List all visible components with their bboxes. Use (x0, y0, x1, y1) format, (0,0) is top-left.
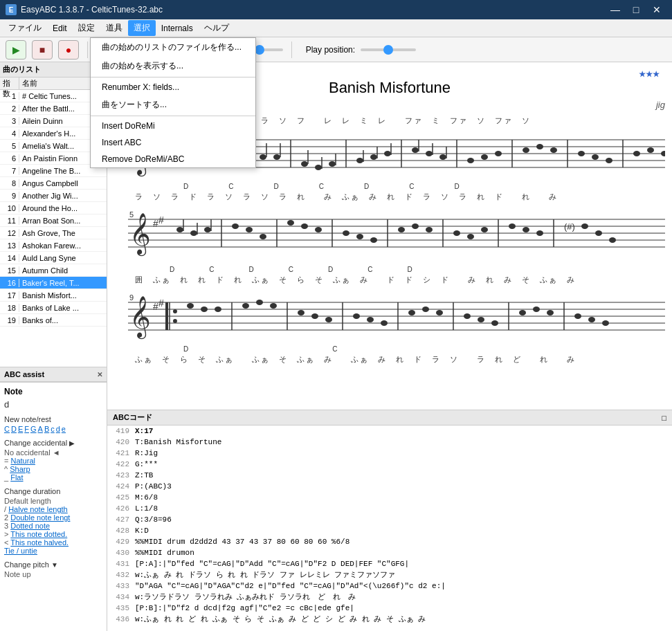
menu-settings[interactable]: 設定 (73, 20, 100, 36)
code-line[interactable]: 431[P:A]:|"D"fed "C"=cAG|"D"Add "C"=cAG|… (107, 558, 672, 569)
note-link-e[interactable]: e (62, 425, 66, 433)
play-button[interactable]: ▶ (6, 40, 26, 60)
code-line[interactable]: 436w:ふぁ れ れ ど れ ふぁ そ ら そ ふぁ み ど ど シ ど み … (107, 614, 672, 625)
halve-link[interactable]: Halve note length (8, 505, 68, 513)
code-line[interactable]: 428K:D (107, 525, 672, 536)
song-item[interactable]: 11Arran Boat Son... (0, 214, 107, 227)
song-item[interactable]: 16Baker's Reel, T... (0, 277, 107, 289)
line-number: 426 (107, 503, 135, 514)
note-link-E[interactable]: E (18, 425, 23, 433)
flat-link[interactable]: Flat (10, 473, 23, 482)
this-dotted-link[interactable]: This note dotted. (10, 530, 67, 538)
abc-code-panel: ABCコード □ 419X:17420T:Banish Misfortune42… (107, 410, 672, 631)
song-item[interactable]: 15Autumn Child (0, 264, 107, 277)
assist-new-note-title: New note/rest (4, 415, 102, 423)
dd-insert-abc[interactable]: Insert ABC (91, 134, 255, 151)
staff-svg-3: 𝄞 # # 9 (114, 285, 665, 344)
code-line[interactable]: 426L:1/8 (107, 503, 672, 514)
code-line[interactable]: 422G:*** (107, 459, 672, 470)
svg-point-141 (381, 320, 388, 326)
note-link-F[interactable]: F (24, 425, 29, 433)
menu-edit[interactable]: Edit (47, 21, 73, 35)
svg-point-53 (578, 151, 585, 156)
menu-tools[interactable]: 道具 (100, 20, 128, 36)
note-link-d[interactable]: d (56, 425, 60, 433)
note-link-C[interactable]: C (4, 425, 10, 433)
song-item[interactable]: 10Around the Ho... (0, 202, 107, 214)
svg-point-144 (422, 307, 429, 312)
menu-select[interactable]: 選択 (128, 20, 156, 36)
line-number: 427 (107, 514, 135, 525)
note-link-B[interactable]: B (44, 425, 49, 433)
dd-remove-doremi[interactable]: Remove DoReMi/ABC (91, 151, 255, 167)
svg-point-147 (464, 313, 471, 319)
code-line[interactable]: 432w:ふぁ み れ ドラソ ら れ れ ドラソ ファ レレミレ ファミファソ… (107, 569, 672, 580)
code-line[interactable]: 425M:6/8 (107, 492, 672, 503)
svg-point-87 (301, 223, 308, 229)
double-link[interactable]: Double note lengt (10, 513, 70, 522)
line-number: 424 (107, 481, 135, 492)
dd-renumber[interactable]: Renumber X: fields... (91, 79, 255, 95)
line-number: 423 (107, 470, 135, 481)
kana-row-2: ラ ソ ラ ド ラ ソ ラ ソ ラ れ み ふぁ み れ ド ラ ソ ラ れ ド… (114, 192, 665, 202)
menu-help[interactable]: ヘルプ (199, 20, 235, 36)
code-line[interactable]: 435[P:B]:|"D"f2 d dcd|f2g agf|"C"e2 =c c… (107, 603, 672, 614)
minimize-button[interactable]: — (606, 3, 625, 17)
abc-code-content[interactable]: 419X:17420T:Banish Misfortune421R:Jig422… (107, 426, 672, 631)
code-line[interactable]: 419X:17 (107, 426, 672, 437)
svg-point-21 (273, 154, 280, 160)
code-line[interactable]: 424P:(ABC)3 (107, 481, 672, 492)
line-content: w:ラソラドラソ ラソラれみ ふぁみれド ラソラれ ど れ み (135, 592, 672, 603)
note-link-D[interactable]: D (11, 425, 17, 433)
note-link-c[interactable]: c (51, 425, 55, 433)
tie-link[interactable]: Tie / untie (4, 547, 37, 555)
code-line[interactable]: 434w:ラソラドラソ ラソラれみ ふぁみれド ラソラれ ど れ み (107, 592, 672, 603)
close-button[interactable]: ✕ (647, 3, 666, 17)
dd-sort[interactable]: 曲をソートする... (91, 95, 255, 114)
line-number: 431 (107, 558, 135, 569)
staff-svg-2: 𝄞 # # 5 (114, 202, 665, 264)
abc-assist-close[interactable]: ✕ (97, 371, 102, 378)
code-line[interactable]: 420T:Banish Misfortune (107, 437, 672, 448)
svg-point-38 (412, 147, 419, 153)
song-item[interactable]: 18Banks of Lake ... (0, 302, 107, 314)
play-position-slider[interactable] (361, 48, 416, 51)
song-item[interactable]: 9Another Jig Wi... (0, 190, 107, 202)
note-link-G[interactable]: G (30, 425, 37, 433)
menu-internals[interactable]: Internals (156, 21, 199, 35)
assist-duration-title: Change duration (4, 487, 102, 495)
svg-point-33 (370, 154, 377, 160)
maximize-button[interactable]: □ (626, 3, 646, 17)
dd-show-start[interactable]: 曲の始めを表示する... (91, 57, 255, 75)
dotted-link[interactable]: Dotted note (10, 522, 50, 530)
assist-new-note-section: New note/rest C D E F G A B c d e (4, 415, 102, 433)
code-line[interactable]: 430%%MIDI drumon (107, 547, 672, 558)
song-item[interactable]: 8Angus Campbell (0, 177, 107, 190)
record-button[interactable]: ● (58, 40, 79, 60)
this-halved-link[interactable]: This note halved. (10, 538, 69, 547)
song-item[interactable]: 14Auld Lang Syne (0, 252, 107, 264)
song-item[interactable]: 17Banish Misfort... (0, 289, 107, 302)
stop-button[interactable]: ■ (32, 40, 53, 60)
code-line[interactable]: 421R:Jig (107, 448, 672, 459)
svg-point-151 (519, 310, 526, 316)
svg-point-54 (592, 154, 599, 160)
song-item[interactable]: 12Ash Grove, The (0, 227, 107, 239)
abc-assist-panel: Note d New note/rest C D E F G A B c d e (0, 382, 107, 631)
dd-make-list[interactable]: 曲の始めのリストのファイルを作る... (91, 38, 255, 57)
sharp-link[interactable]: Sharp (10, 465, 30, 473)
natural-link[interactable]: Natural (10, 457, 35, 465)
note-link-A[interactable]: A (38, 425, 43, 433)
code-line[interactable]: 427Q:3/8=96 (107, 514, 672, 525)
song-item[interactable]: 13Ashokan Farew... (0, 239, 107, 252)
code-line[interactable]: 429%%MIDI drum d2dd2d 43 37 43 37 80 60 … (107, 536, 672, 547)
svg-text:(#): (#) (564, 221, 575, 232)
abc-code-expand[interactable]: □ (662, 414, 666, 422)
toolbar-separator-3 (291, 42, 292, 58)
song-item[interactable]: 19Banks of... (0, 314, 107, 327)
line-content: %%MIDI drum d2dd2d 43 37 43 37 80 60 80 … (135, 536, 672, 547)
code-line[interactable]: 433"D"AGA "C"=cAG|"D"AGA"C"d2 e|"D"fed "… (107, 580, 672, 592)
dd-insert-doremi[interactable]: Insert DoReMi (91, 118, 255, 134)
code-line[interactable]: 423Z:TB (107, 470, 672, 481)
menu-file[interactable]: ファイル (3, 20, 47, 36)
